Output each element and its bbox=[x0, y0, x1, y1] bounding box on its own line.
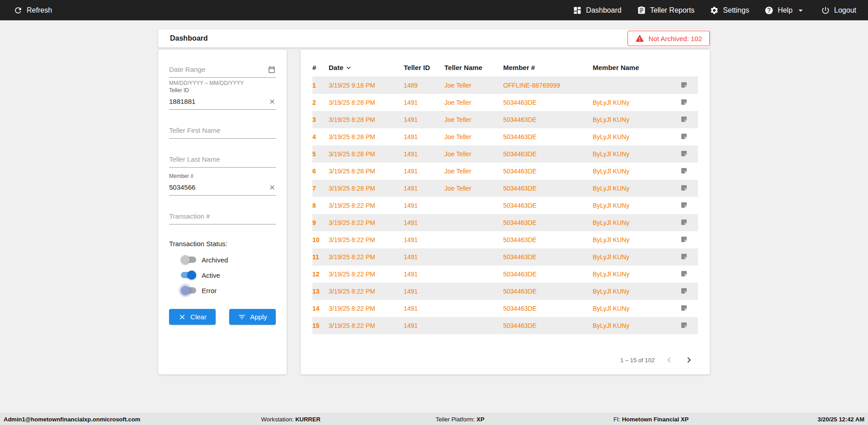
note-icon[interactable] bbox=[680, 116, 688, 123]
teller-id-label: Teller ID bbox=[169, 87, 276, 93]
table-row[interactable]: 7 3/19/25 8:28 PM 1491 Joe Teller 503446… bbox=[312, 180, 698, 197]
cell-num: 10 bbox=[312, 231, 329, 248]
note-icon[interactable] bbox=[680, 167, 688, 174]
error-switch[interactable] bbox=[181, 286, 196, 295]
teller-id-input[interactable] bbox=[169, 98, 269, 105]
apply-button[interactable]: Apply bbox=[229, 309, 276, 325]
table-row[interactable]: 4 3/19/25 8:28 PM 1491 Joe Teller 503446… bbox=[312, 128, 698, 145]
table-row[interactable]: 6 3/19/25 8:28 PM 1491 Joe Teller 503446… bbox=[312, 163, 698, 180]
cell-member-number: 5034463DE bbox=[503, 111, 593, 128]
cell-teller-id: 1491 bbox=[404, 300, 444, 317]
note-icon[interactable] bbox=[680, 236, 688, 243]
col-teller-id[interactable]: Teller ID bbox=[404, 59, 444, 77]
note-icon[interactable] bbox=[680, 201, 688, 209]
main-content: Dashboard Not Archived: 102 MM/DD/YYYY –… bbox=[0, 20, 868, 413]
transaction-number-input[interactable] bbox=[169, 212, 276, 220]
nav-settings-label: Settings bbox=[723, 6, 749, 14]
teller-first-name-input[interactable] bbox=[169, 126, 276, 134]
statusbar-workstation: Workstation: KURRER bbox=[261, 414, 321, 425]
nav-dashboard[interactable]: Dashboard bbox=[573, 6, 621, 15]
member-number-input[interactable] bbox=[169, 183, 269, 191]
platform-value: XP bbox=[476, 416, 484, 423]
table-row[interactable]: 3 3/19/25 8:28 PM 1491 Joe Teller 503446… bbox=[312, 111, 698, 128]
table-row[interactable]: 13 3/19/25 8:22 PM 1491 5034463DE ByLyJl… bbox=[312, 283, 698, 300]
cell-note bbox=[670, 283, 698, 300]
col-member-name[interactable]: Member Name bbox=[593, 59, 670, 77]
date-range-format-hint: MM/DD/YYYY – MM/DD/YYYY bbox=[169, 80, 276, 86]
cell-note bbox=[670, 111, 698, 128]
note-icon[interactable] bbox=[680, 253, 688, 260]
note-icon[interactable] bbox=[680, 184, 688, 191]
not-archived-badge[interactable]: Not Archived: 102 bbox=[627, 31, 710, 46]
cell-member-name: ByLyJl KUNy bbox=[593, 214, 670, 231]
active-switch[interactable] bbox=[181, 271, 196, 280]
table-row[interactable]: 5 3/19/25 8:28 PM 1491 Joe Teller 503446… bbox=[312, 145, 698, 163]
col-date[interactable]: Date bbox=[329, 59, 404, 77]
archived-switch[interactable] bbox=[181, 255, 196, 264]
table-row[interactable]: 8 3/19/25 8:22 PM 1491 5034463DE ByLyJl … bbox=[312, 197, 698, 214]
cell-teller-name: Joe Teller bbox=[444, 111, 503, 128]
calendar-icon[interactable] bbox=[268, 65, 276, 74]
note-icon[interactable] bbox=[680, 322, 688, 329]
statusbar-platform: Teller Platform: XP bbox=[436, 414, 485, 425]
nav-logout[interactable]: Logout bbox=[821, 6, 856, 15]
note-icon[interactable] bbox=[680, 133, 688, 140]
cell-date: 3/19/25 8:22 PM bbox=[329, 283, 404, 300]
cell-date: 3/19/25 8:22 PM bbox=[329, 300, 404, 317]
nav-settings[interactable]: Settings bbox=[710, 6, 749, 15]
topbar: Refresh Dashboard Teller Reports Setting… bbox=[0, 0, 868, 20]
prev-page-button[interactable] bbox=[664, 355, 675, 365]
table-row[interactable]: 2 3/19/25 8:28 PM 1491 Joe Teller 503446… bbox=[312, 94, 698, 111]
cell-teller-name bbox=[444, 300, 503, 317]
teller-last-name-input[interactable] bbox=[169, 155, 276, 163]
page-header: Dashboard Not Archived: 102 bbox=[158, 29, 710, 47]
cell-member-name: ByLyJl KUNy bbox=[593, 300, 670, 317]
table-row[interactable]: 9 3/19/25 8:22 PM 1491 5034463DE ByLyJl … bbox=[312, 214, 698, 231]
cell-teller-id: 1491 bbox=[404, 128, 444, 145]
cell-num: 13 bbox=[312, 283, 329, 300]
nav-dashboard-label: Dashboard bbox=[586, 6, 621, 14]
cell-member-name: ByLyJl KUNy bbox=[593, 163, 670, 180]
cell-teller-id: 1491 bbox=[404, 283, 444, 300]
table-row[interactable]: 15 3/19/25 8:22 PM 1491 5034463DE ByLyJl… bbox=[312, 317, 698, 334]
cell-note bbox=[670, 266, 698, 283]
note-icon[interactable] bbox=[680, 98, 688, 106]
nav-teller-reports[interactable]: Teller Reports bbox=[637, 6, 695, 15]
table-row[interactable]: 1 3/19/25 9:18 PM 1489 Joe Teller OFFLIN… bbox=[312, 77, 698, 94]
toggle-error[interactable]: Error bbox=[169, 284, 276, 297]
note-icon[interactable] bbox=[680, 219, 688, 226]
note-icon[interactable] bbox=[680, 304, 688, 312]
clear-teller-id-icon[interactable] bbox=[269, 98, 276, 105]
next-page-button[interactable] bbox=[684, 355, 694, 365]
toggle-active[interactable]: Active bbox=[169, 268, 276, 282]
note-icon[interactable] bbox=[680, 287, 688, 294]
col-member-number[interactable]: Member # bbox=[503, 59, 593, 77]
apply-button-label: Apply bbox=[250, 313, 267, 321]
cell-date: 3/19/25 8:22 PM bbox=[329, 197, 404, 214]
nav-help[interactable]: Help bbox=[764, 5, 806, 15]
note-icon[interactable] bbox=[680, 150, 688, 157]
reports-icon bbox=[637, 6, 646, 15]
table-row[interactable]: 10 3/19/25 8:22 PM 1491 5034463DE ByLyJl… bbox=[312, 231, 698, 248]
cell-note bbox=[670, 231, 698, 248]
refresh-button[interactable]: Refresh bbox=[14, 6, 52, 15]
cell-teller-id: 1491 bbox=[404, 111, 444, 128]
cell-teller-name: Joe Teller bbox=[444, 145, 503, 163]
date-range-input[interactable] bbox=[169, 65, 268, 73]
table-row[interactable]: 12 3/19/25 8:22 PM 1491 5034463DE ByLyJl… bbox=[312, 266, 698, 283]
cell-teller-name: Joe Teller bbox=[444, 180, 503, 197]
cell-note bbox=[670, 248, 698, 266]
table-row[interactable]: 11 3/19/25 8:22 PM 1491 5034463DE ByLyJl… bbox=[312, 248, 698, 266]
toggle-archived[interactable]: Archived bbox=[169, 253, 276, 266]
col-num[interactable]: # bbox=[312, 59, 329, 77]
note-icon[interactable] bbox=[680, 81, 688, 89]
clear-button[interactable]: Clear bbox=[169, 309, 216, 325]
cell-note bbox=[670, 145, 698, 163]
col-teller-name[interactable]: Teller Name bbox=[444, 59, 503, 77]
cell-note bbox=[670, 180, 698, 197]
toggle-error-label: Error bbox=[202, 287, 217, 294]
table-row[interactable]: 14 3/19/25 8:22 PM 1491 5034463DE ByLyJl… bbox=[312, 300, 698, 317]
note-icon[interactable] bbox=[680, 270, 688, 277]
clear-member-number-icon[interactable] bbox=[269, 184, 276, 191]
cell-num: 11 bbox=[312, 248, 329, 266]
